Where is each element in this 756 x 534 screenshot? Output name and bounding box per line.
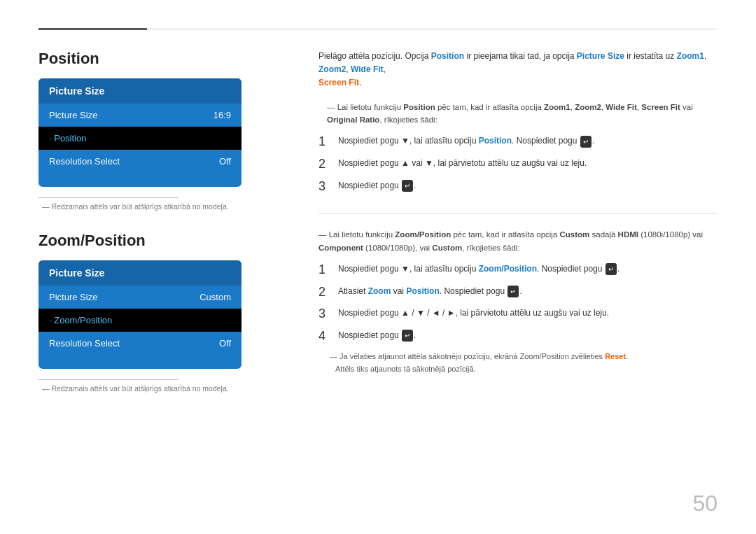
position-item-label-2: Resolution Select xyxy=(49,156,120,167)
top-divider xyxy=(38,28,718,30)
zoom-item-label-1: · Zoom/Position xyxy=(49,315,112,325)
page-container: Position Picture Size Picture Size 16:9 … xyxy=(0,0,756,534)
position-btn-icon-1: ↵ xyxy=(580,136,592,148)
zoom-menu-box: Picture Size Picture Size Custom · Zoom/… xyxy=(38,260,241,369)
zoom-step-4: 4 Nospiediet pogu ↵. xyxy=(318,329,718,344)
position-step-num-2: 2 xyxy=(318,157,338,172)
position-opt-2: Zoom2 xyxy=(575,103,601,111)
position-opt-3: Wide Fit xyxy=(606,103,637,111)
position-step-text-1: Nospiediet pogu ▼, lai atlasītu opciju P… xyxy=(338,134,718,147)
zoom-item-value-2: Off xyxy=(219,338,231,349)
zoom-step-hl-2b: Position xyxy=(406,286,439,296)
zoom-step-num-4: 4 xyxy=(318,329,338,344)
zoom-section: Zoom/Position Picture Size Picture Size … xyxy=(38,232,276,393)
position-opt-1: Zoom1 xyxy=(544,103,570,111)
zoom-item-label-0: Picture Size xyxy=(49,292,97,302)
right-column: Pielägo attēla pozīciju. Opcija Position… xyxy=(298,50,718,506)
position-right: Pielägo attēla pozīciju. Opcija Position… xyxy=(318,50,718,194)
zoom-step-num-3: 3 xyxy=(318,307,338,322)
position-item-value-2: Off xyxy=(219,156,231,167)
zoom-title: Zoom/Position xyxy=(38,232,276,250)
right-divider xyxy=(318,213,718,214)
divider-right xyxy=(147,29,718,29)
position-highlight-3: Zoom1 xyxy=(677,51,704,61)
zoom-step-2: 2 Atlasiet Zoom vai Position. Nospiediet… xyxy=(318,285,718,300)
position-highlight-6: Screen Fit xyxy=(318,78,359,87)
position-highlight-1: Position xyxy=(431,51,464,61)
zoom-sub-hl: Zoom/Position xyxy=(520,352,569,360)
zoom-menu-item-0[interactable]: Picture Size Custom xyxy=(38,286,241,309)
position-title: Position xyxy=(38,50,276,68)
position-menu-header: Picture Size xyxy=(38,78,241,104)
zoom-separator xyxy=(38,379,178,380)
zoom-opt-2: HDMI xyxy=(618,230,638,239)
position-menu-item-0[interactable]: Picture Size 16:9 xyxy=(38,104,241,127)
position-highlight-2: Picture Size xyxy=(577,51,624,61)
zoom-step-1: 1 Nospiediet pogu ▼, lai atlasītu opciju… xyxy=(318,262,718,278)
position-btn-icon-3: ↵ xyxy=(402,180,413,192)
position-step-num-1: 1 xyxy=(318,134,338,150)
position-highlight-4: Zoom2 xyxy=(318,64,346,74)
position-highlight-5: Wide Fit xyxy=(351,64,384,74)
zoom-right: Lai lietotu funkciju Zoom/Position pēc t… xyxy=(318,228,718,375)
position-step-2: 2 Nospiediet pogu ▲ vai ▼, lai pārvietot… xyxy=(318,157,718,172)
position-note: Redzamais attēls var būt atšķirīgs atkar… xyxy=(38,202,276,211)
position-item-label-0: Picture Size xyxy=(49,110,97,120)
zoom-menu-item-2[interactable]: Resolution Select Off xyxy=(38,332,241,355)
zoom-step-3: 3 Nospiediet pogu ▲ / ▼ / ◄ / ►, lai pār… xyxy=(318,307,718,322)
position-separator xyxy=(38,197,178,198)
position-opt-4: Screen Fit xyxy=(641,103,680,111)
zoom-btn-icon-1: ↵ xyxy=(606,263,617,275)
position-item-label-1: · Position xyxy=(49,133,86,143)
divider-left xyxy=(38,28,147,30)
zoom-menu-header: Picture Size xyxy=(38,260,241,286)
position-intro: Pielägo attēla pozīciju. Opcija Position… xyxy=(318,50,718,90)
zoom-steps: 1 Nospiediet pogu ▼, lai atlasītu opciju… xyxy=(318,262,718,344)
zoom-intro: Lai lietotu funkciju Zoom/Position pēc t… xyxy=(318,228,718,254)
position-item-value-0: 16:9 xyxy=(214,110,231,120)
position-step-text-3: Nospiediet pogu ↵. xyxy=(338,179,718,192)
position-steps: 1 Nospiediet pogu ▼, lai atlasītu opciju… xyxy=(318,134,718,194)
position-step-3: 3 Nospiediet pogu ↵. xyxy=(318,179,718,195)
zoom-step-text-3: Nospiediet pogu ▲ / ▼ / ◄ / ►, lai pārvi… xyxy=(338,307,718,319)
page-number: 50 xyxy=(692,491,718,517)
position-sub-note: Lai lietotu funkciju Position pēc tam, k… xyxy=(318,101,718,127)
zoom-step-text-1: Nospiediet pogu ▼, lai atlasītu opciju Z… xyxy=(338,262,718,275)
section-sep xyxy=(38,211,276,232)
position-step-hl-1: Position xyxy=(479,136,512,146)
zoom-step-num-2: 2 xyxy=(318,285,338,300)
zoom-item-value-0: Custom xyxy=(200,292,231,302)
position-fn-bold: Position xyxy=(403,103,435,111)
zoom-opt-1: Custom xyxy=(560,230,590,239)
menu-bottom-padding xyxy=(38,173,241,187)
position-menu-item-1[interactable]: · Position xyxy=(38,127,241,150)
position-menu-box: Picture Size Picture Size 16:9 · Positio… xyxy=(38,78,241,187)
position-section: Position Picture Size Picture Size 16:9 … xyxy=(38,50,276,211)
position-menu-item-2[interactable]: Resolution Select Off xyxy=(38,150,241,173)
zoom-item-label-2: Resolution Select xyxy=(49,338,120,349)
zoom-step-text-2: Atlasiet Zoom vai Position. Nospiediet p… xyxy=(338,285,718,297)
zoom-note: Redzamais attēls var būt atšķirīgs atkar… xyxy=(38,384,276,393)
zoom-opt-3: Component xyxy=(318,244,363,252)
zoom-btn-icon-4: ↵ xyxy=(402,330,413,342)
zoom-menu-bottom-padding xyxy=(38,355,241,369)
zoom-step-text-4: Nospiediet pogu ↵. xyxy=(338,329,718,342)
zoom-step-hl-1: Zoom/Position xyxy=(479,264,537,274)
position-step-num-3: 3 xyxy=(318,179,338,195)
zoom-menu-item-1[interactable]: · Zoom/Position xyxy=(38,309,241,332)
zoom-step-num-1: 1 xyxy=(318,262,338,278)
zoom-fn-bold: Zoom/Position xyxy=(395,230,451,239)
zoom-sub-note-2: Attēls tiks atjaunots tā sākotnējā pozīc… xyxy=(330,365,476,373)
position-opt-5: Original Ratio xyxy=(327,115,379,124)
zoom-sub-note: — Ja vēlaties atjaunot attēla sākotnējo … xyxy=(318,351,718,375)
zoom-opt-4: Custom xyxy=(432,244,462,252)
main-layout: Position Picture Size Picture Size 16:9 … xyxy=(38,50,718,506)
position-step-text-2: Nospiediet pogu ▲ vai ▼, lai pārvietotu … xyxy=(338,157,718,169)
left-column: Position Picture Size Picture Size 16:9 … xyxy=(38,50,298,506)
zoom-btn-icon-2: ↵ xyxy=(507,286,519,297)
position-step-1: 1 Nospiediet pogu ▼, lai atlasītu opciju… xyxy=(318,134,718,150)
zoom-reset-hl: Reset xyxy=(605,352,626,360)
zoom-step-hl-2a: Zoom xyxy=(368,286,391,296)
